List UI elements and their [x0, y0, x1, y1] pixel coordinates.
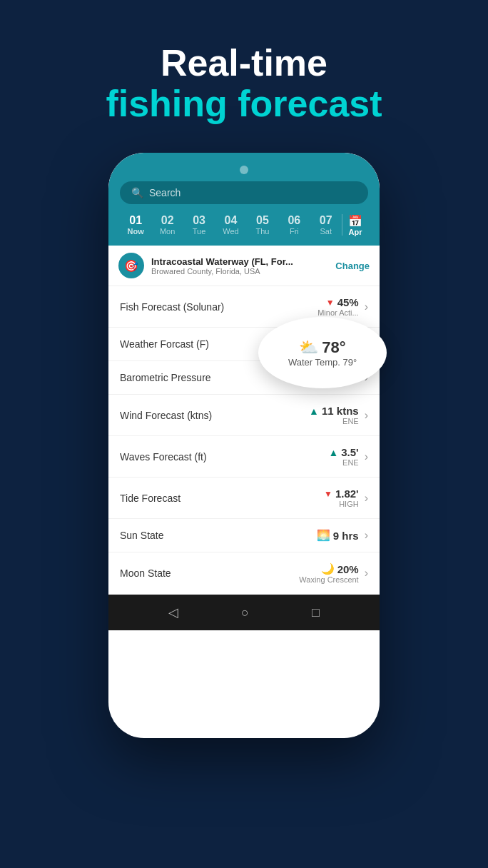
phone-mockup: 🔍 Search 01 Now 02 Mon 03 Tue — [108, 153, 380, 738]
date-item-01[interactable]: 01 Now — [120, 213, 151, 237]
wind-direction: ENE — [342, 417, 359, 425]
calendar-month-icon[interactable]: 📅 Apr — [342, 214, 368, 236]
tide-type: HIGH — [339, 500, 359, 508]
phone-bottom-nav: ◁ ○ □ — [108, 595, 380, 630]
header-section: Real-time fishing forecast — [91, 0, 396, 146]
forecast-row-wind[interactable]: Wind Forecast (ktns) ▲ 11 ktns ENE › — [108, 395, 380, 436]
forecast-row-waves[interactable]: Waves Forecast (ft) ▲ 3.5' ENE › — [108, 436, 380, 478]
date-item-06[interactable]: 06 Fri — [278, 213, 310, 237]
wind-forecast-label: Wind Forecast (ktns) — [120, 410, 309, 421]
location-subtitle: Browared County, Florida, USA — [151, 267, 328, 276]
forecast-row-tide[interactable]: Tide Forecast ▼ 1.82' HIGH › — [108, 478, 380, 519]
weather-cloud-icon: ⛅ — [299, 338, 318, 357]
headline-line1: Real-time — [106, 43, 382, 84]
date-item-07[interactable]: 07 Sat — [310, 213, 342, 237]
sun-state-label: Sun State — [120, 530, 317, 541]
location-icon: 🎯 — [118, 253, 144, 278]
wind-forecast-value: ▲ 11 ktns ENE — [309, 405, 359, 425]
waves-direction: ENE — [342, 458, 359, 467]
nav-recent-button[interactable]: □ — [312, 605, 320, 620]
location-name: Intracoastal Waterway (FL, For... — [151, 256, 328, 267]
date-item-05[interactable]: 05 Thu — [247, 213, 278, 237]
date-item-03[interactable]: 03 Tue — [183, 213, 215, 237]
sun-state-arrow: › — [365, 529, 368, 542]
date-item-02[interactable]: 02 Mon — [151, 213, 183, 237]
location-info: Intracoastal Waterway (FL, For... Browar… — [151, 256, 328, 276]
moon-state-arrow: › — [365, 567, 368, 580]
phone-inner: 🔍 Search 01 Now 02 Mon 03 Tue — [108, 153, 380, 738]
waves-direction-icon: ▲ — [328, 447, 338, 458]
waves-height: 3.5' — [341, 446, 358, 458]
tide-forecast-label: Tide Forecast — [120, 493, 324, 504]
headline-line2: fishing forecast — [106, 84, 382, 124]
moon-percentage: 20% — [337, 563, 359, 575]
wind-speed: 11 ktns — [322, 405, 359, 417]
weather-tooltip: ⛅ 78° Water Temp. 79° — [258, 317, 387, 388]
location-bar: 🎯 Intracoastal Waterway (FL, For... Brow… — [108, 246, 380, 286]
search-icon: 🔍 — [131, 187, 143, 198]
fish-forecast-sub: Minor Acti... — [317, 308, 358, 317]
tide-trend-icon: ▼ — [324, 489, 332, 499]
phone-header: 🔍 Search 01 Now 02 Mon 03 Tue — [108, 153, 380, 246]
nav-home-button[interactable]: ○ — [241, 605, 249, 620]
tide-height: 1.82' — [335, 488, 359, 500]
phone-camera — [240, 166, 248, 174]
fish-trend-icon: ▼ — [326, 298, 335, 308]
sun-icon: 🌅 — [317, 529, 330, 542]
moon-icon: 🌙 — [321, 562, 335, 575]
forecast-row-moon[interactable]: Moon State 🌙 20% Waxing Crescent › — [108, 552, 380, 595]
search-bar[interactable]: 🔍 Search — [120, 181, 368, 204]
waves-forecast-value: ▲ 3.5' ENE — [328, 446, 358, 467]
moon-state-label: Moon State — [120, 567, 299, 579]
phone-outer: 🔍 Search 01 Now 02 Mon 03 Tue — [108, 153, 380, 738]
sun-hours: 9 hrs — [333, 530, 359, 542]
wind-forecast-arrow: › — [365, 409, 368, 422]
fish-forecast-arrow: › — [365, 301, 368, 313]
search-placeholder: Search — [149, 187, 181, 198]
fish-forecast-label: Fish Forecast (Solunar) — [120, 301, 317, 313]
tooltip-water-temp: Water Temp. 79° — [288, 357, 357, 368]
change-location-button[interactable]: Change — [335, 261, 370, 271]
fish-forecast-value: ▼ 45% Minor Acti... — [317, 296, 358, 317]
waves-forecast-arrow: › — [365, 450, 368, 463]
nav-back-button[interactable]: ◁ — [168, 605, 178, 620]
tide-forecast-arrow: › — [365, 492, 368, 505]
sun-state-value: 🌅 9 hrs — [317, 529, 359, 542]
moon-phase: Waxing Crescent — [299, 575, 358, 584]
tooltip-temperature: ⛅ 78° — [299, 338, 345, 357]
forecast-row-sun[interactable]: Sun State 🌅 9 hrs › — [108, 519, 380, 552]
wind-direction-icon: ▲ — [309, 405, 319, 417]
date-navigation: 01 Now 02 Mon 03 Tue 04 Wed — [120, 213, 368, 237]
moon-state-value: 🌙 20% Waxing Crescent — [299, 562, 358, 584]
date-item-04[interactable]: 04 Wed — [215, 213, 246, 237]
waves-forecast-label: Waves Forecast (ft) — [120, 451, 328, 463]
tide-forecast-value: ▼ 1.82' HIGH — [324, 488, 359, 508]
fish-forecast-number: 45% — [337, 296, 359, 308]
